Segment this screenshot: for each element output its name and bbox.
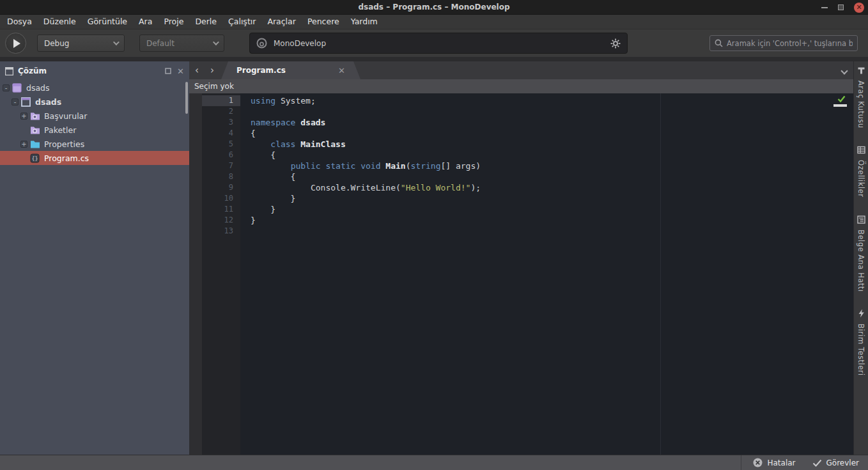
line-number[interactable]: 4 — [202, 128, 240, 139]
token-str: "Hello World!" — [401, 183, 471, 192]
token-pl: { — [251, 129, 256, 138]
menu-dosya[interactable]: Dosya — [1, 15, 38, 29]
tab-close-icon[interactable]: ✕ — [338, 66, 345, 75]
menu-görüntüle[interactable]: Görüntüle — [82, 15, 133, 29]
token-kw: string — [411, 161, 441, 171]
tree-item-properties[interactable]: + Properties — [0, 137, 189, 151]
token-pl — [251, 161, 291, 171]
dock-tab--zellikler[interactable]: Özellikler — [856, 145, 865, 197]
menu-araçlar[interactable]: Araçlar — [261, 15, 302, 29]
tree-item-label: dsads — [26, 83, 50, 93]
line-number[interactable]: 9 — [202, 182, 240, 193]
code-line-5[interactable]: class MainClass — [251, 139, 853, 150]
target-dropdown[interactable]: Default — [139, 35, 224, 52]
collapse-icon[interactable]: - — [12, 98, 19, 106]
code-editor[interactable]: 12345678910111213 using System;namespace… — [189, 93, 853, 455]
code-line-1[interactable]: using System; — [251, 95, 853, 106]
token-kw: class — [270, 139, 295, 149]
tasks-label: Görevler — [826, 458, 859, 467]
tasks-pad-button[interactable]: Görevler — [812, 458, 859, 467]
menu-çalıştır[interactable]: Çalıştır — [222, 15, 261, 29]
line-number[interactable]: 3 — [202, 117, 240, 128]
properties-icon — [857, 145, 865, 157]
line-number[interactable]: 12 — [202, 215, 240, 226]
dock-tab-belge-ana-hatt-[interactable]: Belge Ana Hattı — [856, 214, 865, 292]
tree-item-dsads[interactable]: -dsads — [0, 95, 189, 109]
solution-pad: Çözüm ✕ -dsads-dsads+ Başvurular Paketle… — [0, 61, 189, 455]
expand-icon[interactable]: + — [20, 141, 27, 148]
maximize-icon[interactable] — [838, 4, 844, 10]
tree-item-label: Program.cs — [44, 153, 89, 163]
close-pad-icon[interactable]: ✕ — [177, 67, 184, 76]
tab-program-cs[interactable]: Program.cs ✕ — [221, 61, 360, 79]
line-number[interactable]: 2 — [202, 106, 240, 117]
column-ruler — [660, 93, 661, 455]
minimize-icon[interactable] — [821, 7, 828, 8]
dock-tab-label: Özellikler — [856, 160, 865, 197]
menu-yardım[interactable]: Yardım — [345, 15, 384, 29]
search-input[interactable] — [727, 39, 853, 48]
code-line-6[interactable]: { — [251, 150, 853, 161]
scroll-caret-indicator[interactable] — [833, 104, 847, 107]
collapse-icon[interactable]: - — [3, 84, 10, 91]
code-line-10[interactable]: } — [251, 193, 853, 204]
errors-pad-button[interactable]: Hatalar — [753, 458, 795, 467]
tree-item-program-cs[interactable]: {}Program.cs — [0, 151, 189, 165]
menu-derle[interactable]: Derle — [189, 15, 222, 29]
code-line-2[interactable] — [251, 106, 853, 117]
code-line-3[interactable]: namespace dsads — [251, 117, 853, 128]
folder-icon — [30, 139, 41, 149]
tasks-check-icon — [812, 459, 822, 467]
code-line-12[interactable]: } — [251, 215, 853, 226]
menu-pencere[interactable]: Pencere — [302, 15, 345, 29]
menu-proje[interactable]: Proje — [158, 15, 189, 29]
dock-pad-icon[interactable] — [165, 68, 171, 74]
dock-tab-ara-kutusu[interactable]: Araç Kutusu — [856, 65, 865, 128]
code-line-9[interactable]: Console.WriteLine("Hello World!"); — [251, 182, 853, 193]
line-number[interactable]: 1 — [202, 95, 240, 106]
token-bold: MainClass — [300, 139, 345, 149]
project-icon — [21, 97, 32, 107]
code-line-13[interactable] — [251, 226, 853, 237]
code-line-7[interactable]: public static void Main(string[] args) — [251, 161, 853, 171]
search-icon — [715, 39, 723, 47]
tree-item-paketler[interactable]: Paketler — [0, 123, 189, 137]
tab-strip: ‹ › Program.cs ✕ — [189, 61, 853, 79]
solution-icon — [12, 82, 23, 93]
line-number[interactable]: 8 — [202, 171, 240, 182]
close-icon[interactable]: ✕ — [854, 3, 864, 13]
line-number-gutter: 12345678910111213 — [202, 93, 240, 455]
line-number[interactable]: 11 — [202, 204, 240, 215]
navigate-back-icon[interactable]: ‹ — [189, 66, 205, 75]
configuration-dropdown[interactable]: Debug — [37, 35, 125, 52]
line-number[interactable]: 7 — [202, 161, 240, 171]
expand-icon[interactable]: + — [20, 113, 27, 120]
sidebar-scrollbar[interactable] — [185, 82, 188, 114]
line-number[interactable]: 10 — [202, 193, 240, 204]
token-pl — [251, 139, 270, 149]
status-area: MonoDevelop — [249, 33, 628, 54]
line-number[interactable]: 5 — [202, 139, 240, 150]
toolbar: Debug Default MonoDevelop — [0, 29, 868, 57]
navigate-forward-icon[interactable]: › — [205, 66, 220, 75]
menubar: DosyaDüzenleGörüntüleAraProjeDerleÇalışt… — [0, 15, 868, 29]
code-line-4[interactable]: { — [251, 128, 853, 139]
token-pl: } — [251, 215, 256, 225]
tab-label: Program.cs — [236, 66, 286, 75]
menu-düzenle[interactable]: Düzenle — [38, 15, 82, 29]
dock-tab-birim-testleri[interactable]: Birim Testleri — [856, 308, 865, 376]
menu-ara[interactable]: Ara — [133, 15, 158, 29]
code-line-11[interactable]: } — [251, 204, 853, 215]
tab-list-chevron-icon[interactable] — [841, 67, 848, 74]
window-title: dsads – Program.cs – MonoDevelop — [358, 3, 509, 12]
code-pane[interactable]: using System;namespace dsads{ class Main… — [240, 93, 853, 455]
gear-icon[interactable] — [610, 38, 621, 49]
code-line-8[interactable]: { — [251, 171, 853, 182]
global-search[interactable] — [709, 35, 858, 51]
run-button[interactable] — [5, 33, 26, 54]
line-number[interactable]: 13 — [202, 226, 240, 237]
tree-item-dsads[interactable]: -dsads — [0, 81, 189, 95]
tree-item-ba-vurular[interactable]: + Başvurular — [0, 109, 189, 123]
solution-tree: -dsads-dsads+ Başvurular Paketler+ Prope… — [0, 81, 189, 165]
line-number[interactable]: 6 — [202, 150, 240, 161]
